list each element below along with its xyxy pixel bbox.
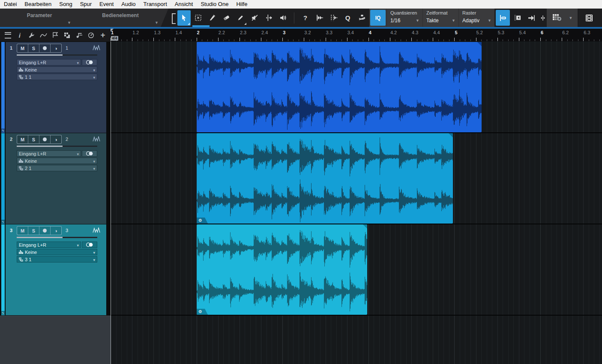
automation-toggle-icon[interactable]: ∿	[1, 128, 5, 132]
nudge-button[interactable]	[539, 10, 547, 26]
raster-value-dropdown[interactable]: Adaptiv	[462, 18, 479, 24]
input-select[interactable]: Eingang L+R	[17, 242, 81, 248]
macro-button[interactable]	[355, 10, 368, 26]
audio-clip-track-1[interactable]	[197, 42, 482, 132]
instrument-select[interactable]: Keine	[17, 249, 97, 255]
split-tool-button[interactable]	[206, 10, 219, 26]
chevron-down-icon[interactable]: ▼	[416, 18, 419, 23]
chevron-down-icon[interactable]: ▼	[67, 21, 71, 25]
menu-datei[interactable]: Datei	[0, 0, 21, 9]
input-select[interactable]: Eingang L+R	[17, 150, 81, 157]
stereo-mono-toggle[interactable]	[82, 150, 97, 157]
add-macro-controls-button[interactable]	[549, 10, 565, 26]
record-arm-button[interactable]	[39, 227, 51, 235]
info-icon[interactable]: i	[15, 31, 24, 39]
paint-tool-button[interactable]	[234, 10, 247, 26]
monitor-button[interactable]: ◑	[51, 135, 61, 143]
playhead-flag-icon[interactable]	[111, 29, 114, 32]
track-header[interactable]: ∿ 3 M S ◑ 3 Eingang L+R	[0, 224, 106, 315]
menu-bearbeiten[interactable]: Bearbeiten	[21, 0, 55, 9]
chevron-down-icon[interactable]: ▼	[155, 21, 159, 25]
track-scroll-button[interactable]	[511, 10, 524, 26]
menu-studio-one[interactable]: Studio One	[197, 0, 232, 9]
video-button[interactable]	[582, 10, 596, 26]
audio-clip-track-3[interactable]: ⚙	[197, 224, 367, 315]
playhead-line[interactable]	[111, 42, 111, 364]
record-arm-button[interactable]	[39, 44, 51, 52]
mute-button[interactable]: M	[17, 135, 28, 143]
volume-slider[interactable]	[17, 237, 97, 238]
automation-toggle-icon[interactable]: ∿	[1, 311, 5, 315]
menu-spur[interactable]: Spur	[76, 0, 96, 9]
note-grid-icon[interactable]	[75, 31, 84, 39]
listen-tool-button[interactable]	[276, 10, 290, 26]
tempo-icon[interactable]	[87, 31, 95, 39]
menu-ansicht[interactable]: Ansicht	[171, 0, 197, 9]
instrument-select[interactable]: Keine	[17, 66, 97, 73]
input-select[interactable]: Eingang L+R	[17, 59, 81, 66]
timeformat-value-dropdown[interactable]: Takte	[426, 18, 439, 24]
takes-select[interactable]: 3 1	[17, 256, 97, 263]
track-list-menu-icon[interactable]	[3, 31, 12, 39]
menu-transport[interactable]: Transport	[140, 0, 171, 9]
solo-button[interactable]: S	[28, 135, 39, 143]
chevron-down-icon[interactable]: ▼	[452, 18, 455, 23]
grid-plus-icon	[552, 14, 562, 22]
menu-event[interactable]: Event	[96, 0, 117, 9]
snap-button[interactable]	[496, 10, 510, 26]
track-groups-icon[interactable]	[63, 31, 72, 39]
track-name[interactable]: 3	[66, 228, 68, 233]
wrench-icon[interactable]	[27, 31, 36, 39]
add-track-icon[interactable]: +	[99, 31, 107, 39]
chevron-down-icon[interactable]: ▼	[488, 18, 491, 23]
eraser-tool-button[interactable]	[220, 10, 233, 26]
track-name[interactable]: 2	[66, 137, 68, 142]
arrow-tool-button[interactable]	[177, 10, 191, 26]
quantize-button[interactable]: Q	[341, 10, 354, 26]
menu-hilfe[interactable]: Hilfe	[232, 0, 251, 9]
menu-audio[interactable]: Audio	[117, 0, 139, 9]
solo-button[interactable]: S	[28, 227, 39, 235]
timestretch-material-button[interactable]	[327, 10, 340, 26]
volume-slider[interactable]	[17, 54, 97, 56]
monitor-button[interactable]: ◑	[51, 227, 61, 235]
timestretch-button[interactable]	[313, 10, 326, 26]
bend-tool-button[interactable]	[262, 10, 276, 26]
monitor-button[interactable]: ◑	[51, 44, 61, 52]
volume-slider[interactable]	[17, 146, 97, 147]
automation-curve-icon[interactable]	[39, 31, 48, 39]
bedienelement-selector[interactable]: Bedienelement ▼	[80, 9, 161, 27]
speaker-icon	[279, 14, 287, 21]
track-button-group: M S ◑	[17, 44, 62, 53]
stereo-mono-toggle[interactable]	[82, 242, 97, 248]
solo-button[interactable]: S	[28, 44, 39, 52]
range-tool-button[interactable]	[192, 10, 205, 26]
macro-dropdown-button[interactable]: ▼	[566, 10, 575, 26]
input-quantize-button[interactable]: IQ	[370, 10, 386, 26]
stereo-mono-toggle[interactable]	[82, 59, 97, 66]
takes-select[interactable]: 1 1	[17, 74, 97, 80]
track-color-strip[interactable]: ∿	[1, 224, 5, 315]
mute-button[interactable]: M	[17, 44, 28, 52]
mute-tool-button[interactable]	[248, 10, 261, 26]
bend-marker-icon	[265, 14, 273, 21]
takes-select[interactable]: 2 1	[17, 165, 97, 171]
parameter-selector[interactable]: Parameter ▼	[5, 9, 74, 27]
instrument-select[interactable]: Keine	[17, 158, 97, 164]
audio-clip-track-2[interactable]: ⚙	[197, 133, 453, 224]
hint-button[interactable]: ?	[299, 10, 312, 26]
track-header[interactable]: ∿ 1 M S ◑ 1 Eingang L+R	[0, 42, 106, 133]
return-to-start-button[interactable]	[525, 10, 539, 26]
flag-marker-icon[interactable]	[51, 31, 60, 39]
timeline-ruler[interactable]: 11.21.31.422.22.32.433.23.33.444.24.34.4…	[111, 29, 602, 42]
track-color-strip[interactable]: ∿	[1, 42, 5, 133]
track-header[interactable]: ∿ 2 M S ◑ 2 Eingang L+R	[0, 133, 106, 224]
record-arm-button[interactable]	[39, 135, 51, 143]
track-name[interactable]: 1	[66, 45, 68, 51]
mute-button[interactable]: M	[17, 227, 28, 235]
automation-toggle-icon[interactable]: ∿	[1, 220, 5, 224]
arrange-area[interactable]: ⚙⚙	[111, 42, 602, 364]
menu-song[interactable]: Song	[55, 0, 76, 9]
track-color-strip[interactable]: ∿	[1, 133, 5, 224]
quantize-value-dropdown[interactable]: 1/16	[390, 18, 400, 24]
